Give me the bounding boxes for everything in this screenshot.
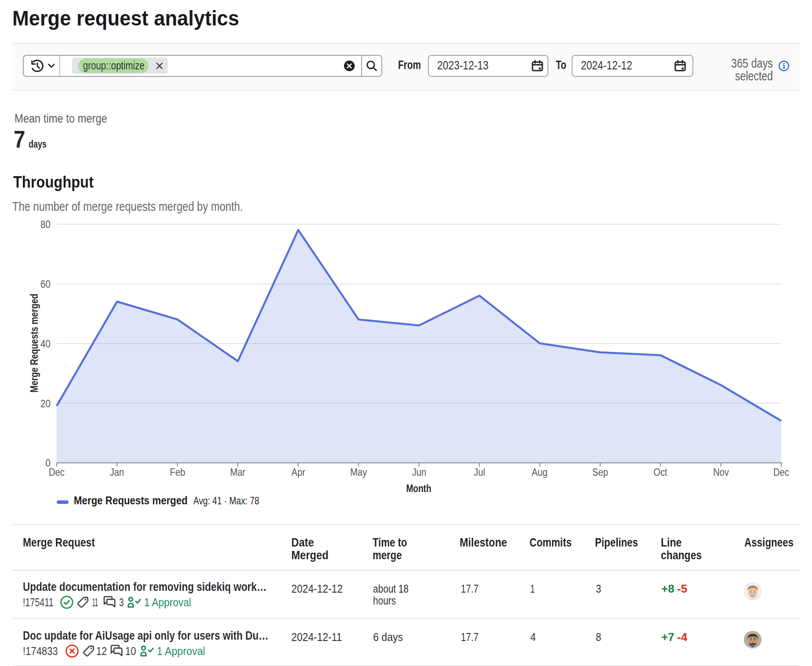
svg-text:Dec: Dec xyxy=(49,466,65,478)
svg-text:Merge Requests merged: Merge Requests merged xyxy=(74,494,188,507)
svg-text:Nov: Nov xyxy=(713,466,729,478)
svg-text:Apr: Apr xyxy=(291,466,305,478)
svg-text:Avg: 41 · Max: 78: Avg: 41 · Max: 78 xyxy=(193,495,259,507)
svg-text:Aug: Aug xyxy=(532,466,547,478)
svg-text:Jul: Jul xyxy=(474,466,485,478)
svg-text:Merge Requests merged: Merge Requests merged xyxy=(28,294,40,393)
svg-text:Mar: Mar xyxy=(230,466,246,478)
svg-text:20: 20 xyxy=(40,398,51,409)
svg-text:Jun: Jun xyxy=(412,466,427,478)
svg-text:Sep: Sep xyxy=(592,466,608,478)
svg-text:Dec: Dec xyxy=(773,466,789,478)
svg-text:Feb: Feb xyxy=(170,466,185,478)
svg-text:Oct: Oct xyxy=(653,466,667,478)
svg-text:Month: Month xyxy=(406,482,431,494)
svg-text:Jan: Jan xyxy=(110,466,124,478)
svg-text:80: 80 xyxy=(40,218,51,230)
svg-text:60: 60 xyxy=(40,278,51,290)
svg-text:40: 40 xyxy=(40,338,51,350)
svg-text:May: May xyxy=(350,466,367,478)
